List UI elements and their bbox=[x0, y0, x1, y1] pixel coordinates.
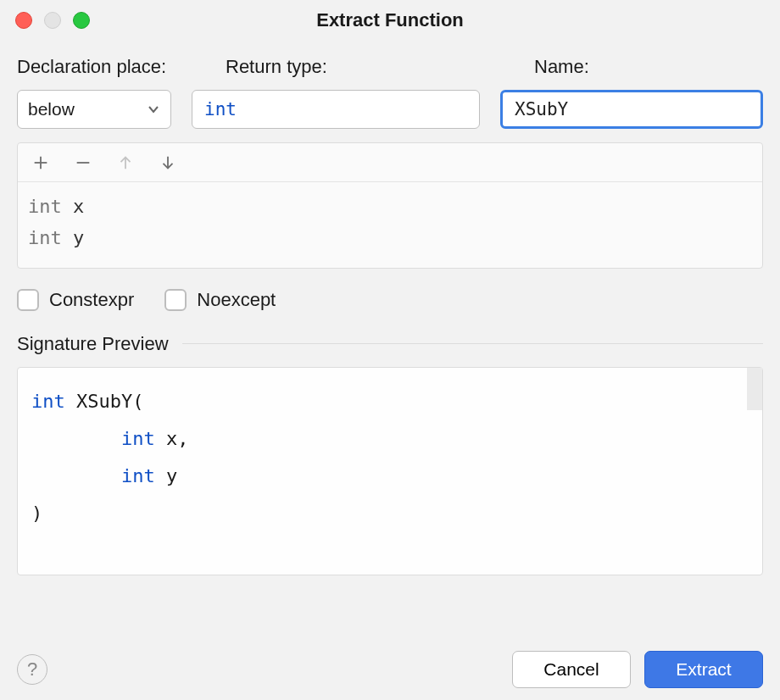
cancel-button[interactable]: Cancel bbox=[512, 651, 631, 688]
signature-preview-label: Signature Preview bbox=[17, 333, 169, 355]
divider bbox=[182, 343, 763, 344]
scrollbar[interactable] bbox=[747, 368, 762, 410]
add-icon[interactable] bbox=[31, 153, 50, 172]
close-window-icon[interactable] bbox=[15, 12, 32, 29]
dialog-titlebar: Extract Function bbox=[0, 0, 780, 41]
parameters-panel: int x int y bbox=[17, 142, 763, 269]
return-type-label: Return type: bbox=[226, 56, 514, 78]
return-type-input[interactable] bbox=[192, 90, 480, 129]
param-name: y bbox=[73, 227, 84, 248]
declaration-place-select[interactable]: below bbox=[17, 90, 171, 129]
help-button[interactable]: ? bbox=[17, 654, 47, 685]
signature-preview: int XSubY( int x, int y ) bbox=[17, 367, 763, 575]
function-name-input[interactable] bbox=[500, 90, 763, 129]
noexcept-checkbox[interactable]: Noexcept bbox=[164, 289, 276, 311]
move-up-icon bbox=[116, 153, 135, 172]
window-controls bbox=[15, 12, 90, 29]
param-name: x bbox=[73, 196, 84, 217]
parameter-row[interactable]: int y bbox=[28, 222, 752, 253]
constexpr-checkbox[interactable]: Constexpr bbox=[17, 289, 134, 311]
param-type: int bbox=[28, 227, 62, 248]
chevron-down-icon bbox=[147, 103, 160, 116]
remove-icon[interactable] bbox=[74, 153, 92, 172]
param-type: int bbox=[28, 196, 62, 217]
parameter-row[interactable]: int x bbox=[28, 191, 752, 222]
noexcept-label: Noexcept bbox=[197, 289, 276, 311]
dialog-title: Extract Function bbox=[316, 9, 464, 31]
move-down-icon[interactable] bbox=[159, 153, 177, 172]
extract-button[interactable]: Extract bbox=[644, 651, 763, 688]
minimize-window-icon bbox=[44, 12, 61, 29]
name-label: Name: bbox=[534, 56, 763, 78]
checkbox-box bbox=[164, 289, 187, 311]
parameters-toolbar bbox=[18, 143, 762, 182]
zoom-window-icon[interactable] bbox=[73, 12, 90, 29]
declaration-place-value: below bbox=[28, 99, 75, 119]
checkbox-box bbox=[17, 289, 39, 311]
constexpr-label: Constexpr bbox=[49, 289, 134, 311]
declaration-place-label: Declaration place: bbox=[17, 56, 205, 78]
parameter-list[interactable]: int x int y bbox=[18, 182, 762, 268]
